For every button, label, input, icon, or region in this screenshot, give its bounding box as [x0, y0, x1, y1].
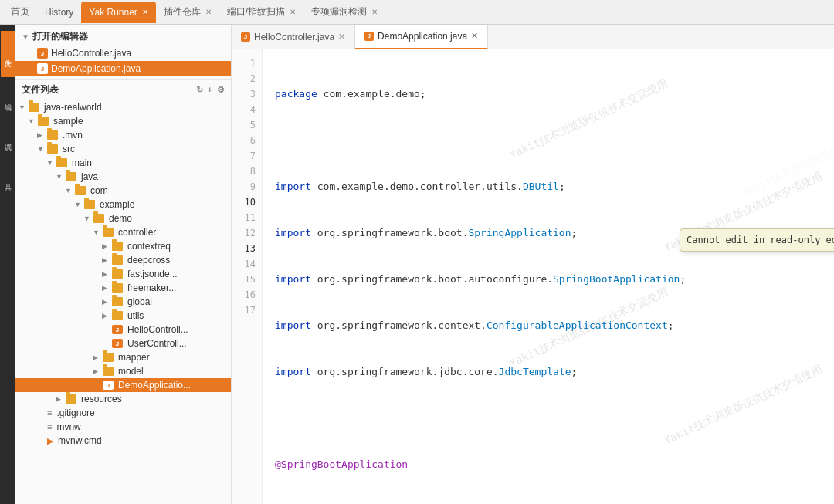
folder-icon-mapper	[103, 353, 114, 362]
tooltip-text: Cannot edit in read-only editor	[687, 235, 834, 245]
editor-tab-demo-close[interactable]: ✕	[471, 31, 478, 41]
code-editor[interactable]: Yakit技术浏览版仅供技术交流使用 Yakit技术浏览版仅供技术交流使用 Ya…	[232, 49, 834, 504]
open-editor-demo[interactable]: J DemoApplication.java	[15, 61, 231, 76]
tree-global[interactable]: ▶ global	[15, 295, 231, 309]
editor-tab-hello[interactable]: J HelloController.java ✕	[232, 25, 355, 49]
tree-label-freemaker: freemaker...	[127, 282, 176, 293]
tree-label-deepcross: deepcross	[127, 255, 170, 266]
tree-src[interactable]: ▼ src	[15, 142, 231, 156]
tree-mvnw-cmd[interactable]: ▶ mvnw.cmd	[15, 434, 231, 448]
code-line-2	[275, 133, 822, 148]
folder-icon-mvn	[47, 130, 58, 140]
tree-arrow-demo: ▼	[83, 215, 91, 222]
tree-mvnw[interactable]: ≡ mvnw	[15, 420, 231, 434]
tree-java[interactable]: ▼ java	[15, 170, 231, 184]
hellocontroller-java-icon: J	[112, 325, 123, 334]
readonly-tooltip: Cannot edit in read-only editor	[680, 228, 834, 252]
file-list-icons: ↻ + ⚙	[196, 85, 225, 95]
tree-label-demoapplication: DemoApplicatio...	[118, 380, 191, 391]
tree-label-demo: demo	[109, 213, 132, 224]
demoapplication-java-icon: J	[103, 381, 114, 390]
editor-tab-hello-close[interactable]: ✕	[338, 32, 345, 42]
open-editor-demo-name: DemoApplication.java	[51, 63, 141, 74]
tree-freemaker[interactable]: ▶ freemaker...	[15, 281, 231, 295]
tree-sample[interactable]: ▼ sample	[15, 114, 231, 128]
tree-mvn[interactable]: ▶ .mvn	[15, 128, 231, 142]
ln-5: 5	[232, 117, 262, 133]
file-list-header: 文件列表 ↻ + ⚙	[15, 80, 231, 100]
tree-com[interactable]: ▼ com	[15, 184, 231, 198]
refresh-icon[interactable]: ↻	[196, 85, 203, 95]
sidebar-icon-debug[interactable]: 调试	[1, 119, 15, 157]
tab-port-scan-label: 端口/指纹扫描	[227, 5, 285, 19]
tree-label-contextreq: contextreq	[127, 241, 171, 252]
tab-vuln-detect-label: 专项漏洞检测	[311, 5, 367, 19]
tree-arrow-sample: ▼	[28, 117, 36, 125]
tree-mapper[interactable]: ▶ mapper	[15, 350, 231, 364]
tree-arrow-controller: ▼	[93, 228, 100, 236]
tab-vuln-detect[interactable]: 专项漏洞检测 ✕	[303, 2, 385, 23]
settings-icon[interactable]: ⚙	[217, 85, 225, 95]
editor-tab-demo[interactable]: J DemoApplication.java ✕	[355, 25, 488, 49]
tab-yak-runner[interactable]: Yak Runner ✕	[81, 2, 155, 23]
tree-fastjsonde[interactable]: ▶ fastjsonde...	[15, 267, 231, 281]
tree-arrow-java-realworld: ▼	[19, 103, 26, 111]
tab-history[interactable]: History	[37, 2, 81, 23]
sidebar-icon-tools[interactable]: 工具	[1, 159, 15, 198]
tab-port-scan[interactable]: 端口/指纹扫描 ✕	[219, 2, 303, 23]
tab-port-scan-close[interactable]: ✕	[290, 8, 296, 16]
tree-demo[interactable]: ▼ demo	[15, 211, 231, 225]
editor-tab-hello-name: HelloController.java	[254, 32, 334, 42]
open-editor-hello[interactable]: J HelloController.java	[15, 46, 231, 61]
tree-resources[interactable]: ▶ resources	[15, 392, 231, 406]
ln-13: 13	[232, 241, 262, 256]
tree-model[interactable]: ▶ model	[15, 364, 231, 378]
mvnw-icon: ≡	[47, 422, 52, 431]
folder-icon-freemaker	[112, 283, 123, 293]
sidebar-icon-file[interactable]: 文件	[1, 31, 15, 77]
tree-label-mvnw-cmd: mvnw.cmd	[58, 435, 102, 446]
open-editors-section: ▼ 打开的编辑器 J HelloController.java J DemoAp…	[15, 25, 231, 80]
tree-example[interactable]: ▼ example	[15, 198, 231, 211]
folder-icon-sample	[38, 117, 49, 126]
tree-main[interactable]: ▼ main	[15, 156, 231, 170]
folder-icon-fastjsonde	[112, 269, 123, 279]
tree-gitignore[interactable]: ≡ .gitignore	[15, 406, 231, 420]
sidebar-icon-edit[interactable]: 编辑	[1, 79, 15, 117]
tree-arrow-src: ▼	[37, 145, 45, 153]
tree-label-fastjsonde: fastjsonde...	[127, 269, 178, 279]
tree-hellocontroller[interactable]: J HelloControll...	[15, 323, 231, 337]
ln-6: 6	[232, 133, 262, 148]
tab-yak-runner-close[interactable]: ✕	[142, 8, 148, 16]
tree-contextreq[interactable]: ▶ contextreq	[15, 239, 231, 253]
tree-arrow-contextreq: ▶	[102, 242, 110, 250]
tree-label-main: main	[72, 157, 92, 168]
tree-demoapplication[interactable]: J DemoApplicatio...	[15, 378, 231, 392]
tab-plugin-repo-close[interactable]: ✕	[205, 8, 212, 16]
tree-deepcross[interactable]: ▶ deepcross	[15, 253, 231, 267]
code-line-9: @SpringBootApplication	[275, 457, 822, 472]
tree-java-realworld[interactable]: ▼ java-realworld	[15, 100, 231, 114]
tree-label-resources: resources	[81, 394, 122, 404]
editor-tab-hello-icon: J	[241, 32, 250, 42]
usercontroller-java-icon: J	[112, 339, 123, 348]
ln-16: 16	[232, 287, 262, 303]
code-content[interactable]: package com.example.demo; import com.exa…	[263, 49, 834, 504]
tab-plugin-repo[interactable]: 插件仓库 ✕	[156, 2, 219, 23]
editor-tab-demo-icon: J	[364, 32, 374, 41]
tab-home[interactable]: 首页	[3, 2, 37, 23]
ln-14: 14	[232, 256, 262, 272]
tree-arrow-model: ▶	[93, 367, 100, 375]
ln-11: 11	[232, 210, 262, 225]
add-file-icon[interactable]: +	[208, 85, 212, 95]
tab-vuln-detect-close[interactable]: ✕	[371, 8, 378, 16]
ln-7: 7	[232, 148, 262, 164]
editor-tabs: J HelloController.java ✕ J DemoApplicati…	[232, 25, 834, 49]
folder-icon-java-realworld	[29, 103, 39, 112]
tree-controller[interactable]: ▼ controller	[15, 225, 231, 239]
code-line-1: package com.example.demo;	[275, 86, 822, 102]
tree-utils[interactable]: ▶ utils	[15, 309, 231, 323]
tree-usercontroller[interactable]: J UserControll...	[15, 337, 231, 350]
folder-icon-deepcross	[112, 255, 123, 265]
code-line-8	[275, 411, 822, 426]
